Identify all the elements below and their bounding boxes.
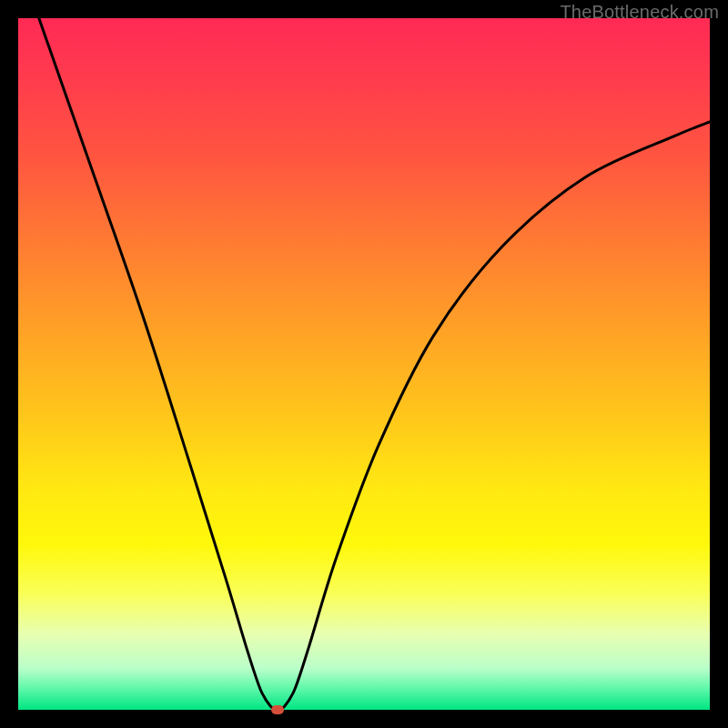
plot-area bbox=[18, 18, 710, 710]
chart-frame: TheBottleneck.com bbox=[0, 0, 728, 728]
bottleneck-curve bbox=[39, 18, 710, 710]
minimum-marker bbox=[271, 705, 284, 714]
curve-svg bbox=[18, 18, 710, 710]
